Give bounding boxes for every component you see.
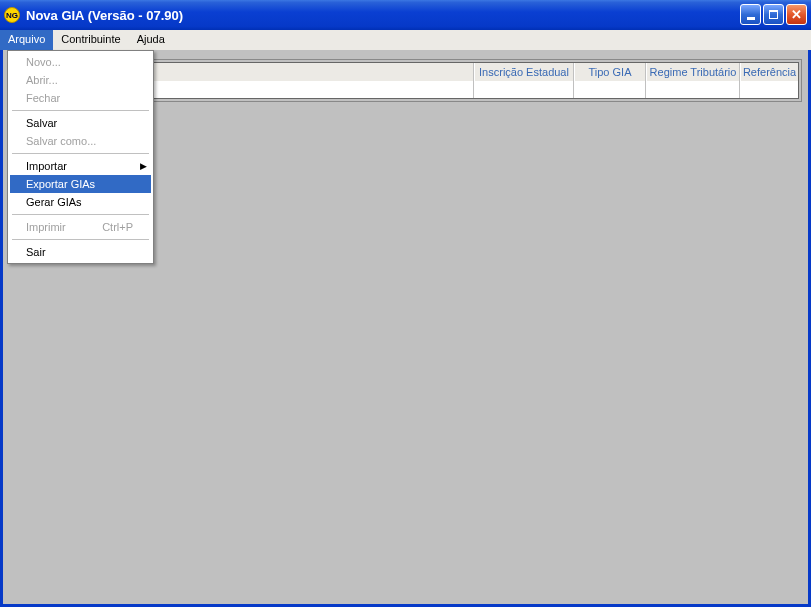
content-area: Inscrição Estadual Tipo GIA Regime Tribu… xyxy=(0,50,811,607)
submenu-arrow-icon: ▶ xyxy=(140,161,147,171)
th-referencia[interactable]: Referência xyxy=(740,63,798,81)
menu-arquivo[interactable]: Arquivo xyxy=(0,30,53,50)
menuitem-salvar[interactable]: Salvar xyxy=(10,114,151,132)
maximize-button[interactable] xyxy=(763,4,784,25)
minimize-button[interactable] xyxy=(740,4,761,25)
menuitem-salvar-como[interactable]: Salvar como... xyxy=(10,132,151,150)
menuitem-importar[interactable]: Importar▶ xyxy=(10,157,151,175)
menuitem-imprimir[interactable]: ImprimirCtrl+P xyxy=(10,218,151,236)
menuitem-gerar-gias[interactable]: Gerar GIAs xyxy=(10,193,151,211)
app-icon: NG xyxy=(4,7,20,23)
th-regime[interactable]: Regime Tributário xyxy=(646,63,740,81)
menuitem-novo[interactable]: Novo... xyxy=(10,53,151,71)
menu-arquivo-dropdown: Novo... Abrir... Fechar Salvar Salvar co… xyxy=(7,50,154,264)
menuitem-abrir[interactable]: Abrir... xyxy=(10,71,151,89)
th-inscricao[interactable]: Inscrição Estadual xyxy=(474,63,574,81)
menu-ajuda[interactable]: Ajuda xyxy=(129,30,173,50)
window-controls: ✕ xyxy=(740,4,807,25)
menuitem-sair[interactable]: Sair xyxy=(10,243,151,261)
menubar: Arquivo Contribuinte Ajuda xyxy=(0,30,811,50)
close-button[interactable]: ✕ xyxy=(786,4,807,25)
menuitem-fechar[interactable]: Fechar xyxy=(10,89,151,107)
window-title: Nova GIA (Versão - 07.90) xyxy=(26,8,183,23)
menu-contribuinte[interactable]: Contribuinte xyxy=(53,30,128,50)
menuitem-exportar-gias[interactable]: Exportar GIAs xyxy=(10,175,151,193)
th-tipo[interactable]: Tipo GIA xyxy=(574,63,646,81)
menu-separator xyxy=(12,239,149,240)
titlebar: NG Nova GIA (Versão - 07.90) ✕ xyxy=(0,0,811,30)
menu-separator xyxy=(12,214,149,215)
menu-separator xyxy=(12,153,149,154)
shortcut-label: Ctrl+P xyxy=(102,221,133,233)
menu-separator xyxy=(12,110,149,111)
